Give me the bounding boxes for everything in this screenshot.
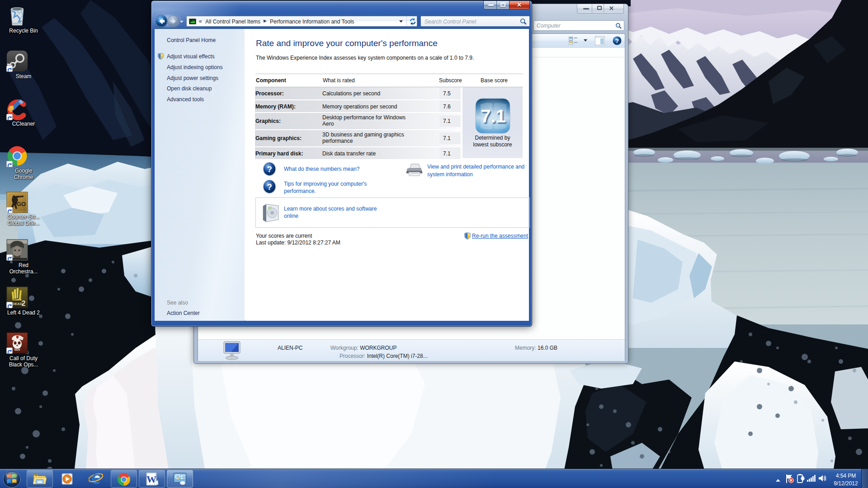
svg-text:7.1: 7.1 [481,106,506,126]
svg-text:?: ? [615,38,619,44]
svg-text:?: ? [267,182,272,192]
svg-text:?: ? [267,164,272,174]
svg-text:2: 2 [22,300,26,307]
svg-text:GO: GO [17,201,26,207]
svg-text:W: W [146,474,156,485]
